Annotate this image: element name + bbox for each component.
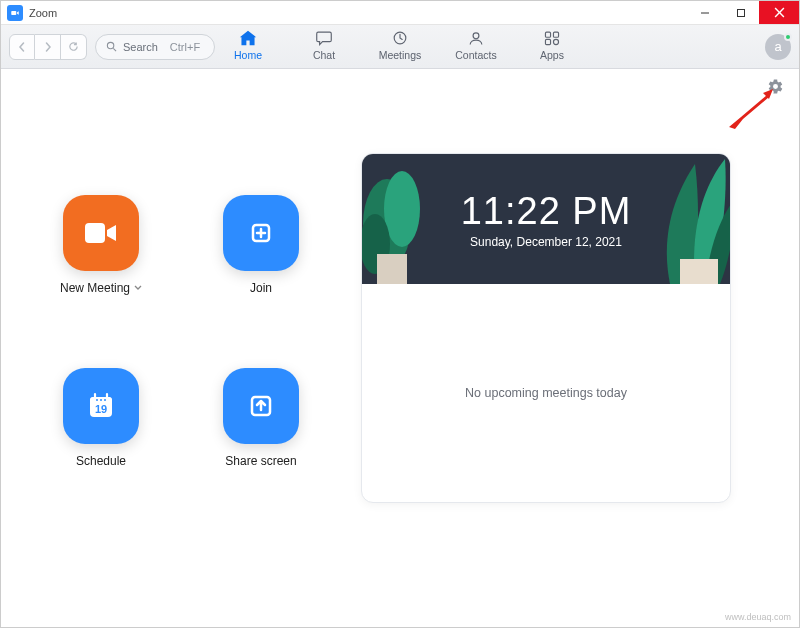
apps-icon bbox=[541, 29, 563, 47]
home-icon bbox=[237, 29, 259, 47]
svg-rect-2 bbox=[738, 9, 745, 16]
plant-illustration-right bbox=[650, 154, 730, 284]
avatar-initial: a bbox=[774, 39, 781, 54]
tab-meetings[interactable]: Meetings bbox=[376, 29, 424, 61]
settings-row bbox=[1, 69, 799, 103]
app-icon bbox=[7, 5, 23, 21]
minimize-button[interactable] bbox=[687, 1, 723, 24]
nav-buttons bbox=[9, 34, 87, 60]
window-controls bbox=[687, 1, 799, 24]
action-label: Share screen bbox=[225, 454, 296, 468]
tab-contacts[interactable]: Contacts bbox=[452, 29, 500, 61]
svg-point-24 bbox=[100, 399, 102, 401]
tab-home[interactable]: Home bbox=[224, 29, 272, 61]
main-tabs: Home Chat Meetings Contacts bbox=[224, 25, 576, 68]
svg-rect-31 bbox=[680, 259, 718, 284]
avatar-wrap: a bbox=[765, 34, 791, 60]
svg-rect-11 bbox=[545, 39, 550, 44]
svg-point-12 bbox=[553, 39, 558, 44]
meetings-icon bbox=[389, 29, 411, 47]
toolbar: Search Ctrl+F Home Chat Meetings bbox=[1, 25, 799, 69]
svg-rect-15 bbox=[85, 223, 105, 243]
no-meetings-text: No upcoming meetings today bbox=[465, 386, 627, 400]
close-button[interactable] bbox=[759, 1, 799, 24]
svg-rect-0 bbox=[11, 10, 16, 14]
action-share-screen: Share screen bbox=[201, 368, 321, 503]
back-button[interactable] bbox=[9, 34, 35, 60]
action-label: New Meeting bbox=[60, 281, 130, 295]
user-avatar[interactable]: a bbox=[765, 34, 791, 60]
clock-time: 11:22 PM bbox=[461, 190, 632, 233]
calendar-panel: 11:22 PM Sunday, December 12, 2021 No up… bbox=[361, 153, 731, 503]
svg-rect-9 bbox=[545, 32, 550, 37]
home-content: New Meeting Join bbox=[1, 103, 799, 523]
refresh-button[interactable] bbox=[61, 34, 87, 60]
schedule-button[interactable]: 19 bbox=[63, 368, 139, 444]
action-grid: New Meeting Join bbox=[41, 195, 321, 503]
svg-line-6 bbox=[113, 48, 116, 51]
svg-point-5 bbox=[107, 42, 113, 48]
tab-label: Chat bbox=[313, 49, 335, 61]
action-join: Join bbox=[201, 195, 321, 330]
meetings-area: No upcoming meetings today bbox=[362, 284, 730, 502]
action-label: Join bbox=[250, 281, 272, 295]
forward-button[interactable] bbox=[35, 34, 61, 60]
search-shortcut: Ctrl+F bbox=[170, 41, 200, 53]
svg-rect-30 bbox=[377, 254, 407, 284]
svg-point-25 bbox=[104, 399, 106, 401]
source-watermark: www.deuaq.com bbox=[725, 612, 791, 622]
tab-label: Home bbox=[234, 49, 262, 61]
tab-chat[interactable]: Chat bbox=[300, 29, 348, 61]
window-title: Zoom bbox=[29, 7, 687, 19]
svg-point-8 bbox=[473, 33, 479, 39]
tab-label: Apps bbox=[540, 49, 564, 61]
search-box[interactable]: Search Ctrl+F bbox=[95, 34, 215, 60]
join-button[interactable] bbox=[223, 195, 299, 271]
action-schedule: 19 Schedule bbox=[41, 368, 161, 503]
tab-label: Meetings bbox=[379, 49, 422, 61]
new-meeting-label-row[interactable]: New Meeting bbox=[60, 281, 142, 295]
chat-icon bbox=[313, 29, 335, 47]
tab-apps[interactable]: Apps bbox=[528, 29, 576, 61]
svg-rect-10 bbox=[553, 32, 558, 37]
settings-button[interactable] bbox=[765, 76, 785, 96]
maximize-button[interactable] bbox=[723, 1, 759, 24]
titlebar: Zoom bbox=[1, 1, 799, 25]
new-meeting-button[interactable] bbox=[63, 195, 139, 271]
search-placeholder: Search bbox=[123, 41, 158, 53]
tab-label: Contacts bbox=[455, 49, 496, 61]
share-screen-button[interactable] bbox=[223, 368, 299, 444]
clock-card: 11:22 PM Sunday, December 12, 2021 bbox=[362, 154, 730, 284]
presence-indicator bbox=[784, 33, 792, 41]
action-new-meeting: New Meeting bbox=[41, 195, 161, 330]
search-icon bbox=[106, 41, 117, 52]
svg-point-23 bbox=[96, 399, 98, 401]
action-label: Schedule bbox=[76, 454, 126, 468]
chevron-down-icon bbox=[134, 285, 142, 291]
clock-date: Sunday, December 12, 2021 bbox=[470, 235, 622, 249]
calendar-day: 19 bbox=[95, 403, 107, 415]
contacts-icon bbox=[465, 29, 487, 47]
plant-illustration-left bbox=[362, 154, 432, 284]
